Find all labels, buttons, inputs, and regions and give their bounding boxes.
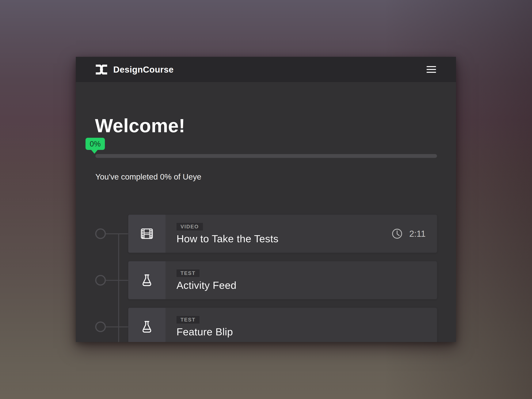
duration-text: 2:11: [409, 228, 426, 239]
lesson-status-circle[interactable]: [95, 228, 106, 239]
hamburger-bar: [427, 69, 436, 70]
designcourse-logo-icon[interactable]: [95, 65, 108, 75]
lesson-type-badge: TEST: [177, 316, 200, 323]
clock-icon: [392, 228, 402, 239]
progress-caption: You've completed 0% of Ueye: [95, 172, 201, 181]
film-icon: [141, 228, 153, 239]
lesson-type-badge: VIDEO: [177, 223, 203, 230]
hamburger-menu-icon[interactable]: [427, 66, 436, 73]
progress-percent-badge: 0%: [86, 138, 105, 150]
timeline-connector: [106, 326, 128, 327]
app-window: DesignCourse Welcome! 0% You've complete…: [76, 57, 456, 342]
progress-bar: [95, 154, 437, 158]
lesson-row[interactable]: TEST Feature Blip: [128, 308, 437, 342]
lesson-row[interactable]: VIDEO How to Take the Tests 2:11: [128, 215, 437, 253]
timeline-line: [118, 234, 119, 342]
lesson-title: Activity Feed: [177, 280, 237, 291]
lesson-status-circle[interactable]: [95, 322, 106, 332]
lesson-icon-cell: [128, 215, 165, 253]
desktop-background: DesignCourse Welcome! 0% You've complete…: [0, 0, 532, 399]
lesson-status-circle[interactable]: [95, 275, 106, 285]
brand-title[interactable]: DesignCourse: [113, 64, 174, 75]
lesson-row[interactable]: TEST Activity Feed: [128, 261, 437, 299]
lesson-icon-cell: [128, 261, 165, 299]
page-title: Welcome!: [95, 116, 185, 135]
lesson-type-badge: TEST: [177, 269, 200, 277]
lesson-duration: 2:11: [392, 215, 426, 253]
timeline-connector: [106, 280, 128, 281]
timeline-connector: [106, 233, 128, 234]
lesson-title: How to Take the Tests: [177, 233, 279, 244]
flask-icon: [142, 321, 152, 333]
hamburger-bar: [427, 66, 436, 67]
app-header: DesignCourse: [76, 57, 456, 82]
lesson-title: Feature Blip: [177, 326, 233, 337]
lesson-icon-cell: [128, 308, 165, 342]
hamburger-bar: [427, 72, 436, 73]
flask-icon: [142, 274, 152, 286]
